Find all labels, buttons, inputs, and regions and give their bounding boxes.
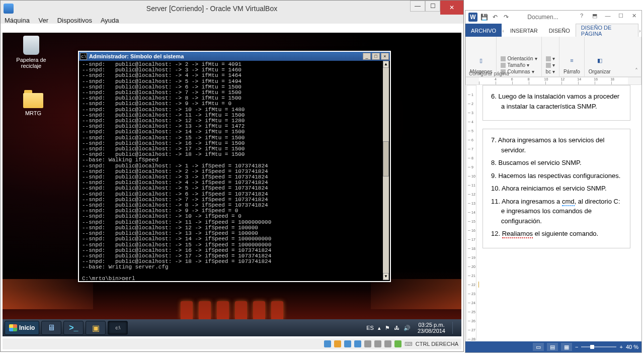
vm-taskbar: Inicio 🖥 >_ ▣ c:\ ES ▴ ⚑ 🖧 🔊 03:25 p.m. … [3,319,461,336]
margins-icon[interactable]: ▯ [474,54,488,67]
organize-icon[interactable]: ◧ [593,54,606,67]
system-tray: ES ▴ ⚑ 🖧 🔊 03:25 p.m. 23/08/2014 [366,322,459,334]
group-breaks: ▾ ▾ bc ▾ [542,37,559,76]
taskbar-cmd[interactable]: c:\ [108,321,128,335]
view-web-layout[interactable]: ▦ [561,343,572,351]
qat-redo-icon[interactable]: ↷ [502,13,511,22]
orientation-button[interactable]: Orientación ▾ [501,56,537,61]
tray-lang[interactable]: ES [366,325,374,331]
zoom-in[interactable]: + [619,344,622,350]
qat-save-icon[interactable]: 💾 [479,13,489,22]
trash-label: Papelera de reciclaje [12,57,51,69]
word-icon[interactable]: W [468,13,477,22]
tray-network-icon[interactable]: 🖧 [394,325,399,331]
cmd-titlebar[interactable]: c:\ Administrador: Símbolo del sistema _… [79,52,390,61]
tab-diseno[interactable]: DISEÑO [543,24,576,37]
list-item: 7. Ahora ingresamos a los servicios del … [491,135,622,155]
page-setup-sublabel: Configurar página [469,71,509,76]
host-key-label: CTRL DERECHA [416,341,458,347]
ribbon-collapse-icon[interactable]: ˄ [635,67,638,74]
breaks-icon[interactable]: ▾ [546,56,555,61]
size-button[interactable]: Tamaño ▾ [501,62,537,68]
taskbar-explorer[interactable]: ▣ [86,321,106,335]
list-item: 9. Hacemos las respectivas configuracion… [491,171,622,181]
page-prev-bottom: 6. Luego de la instalación vamos a proce… [482,85,630,121]
tray-show-desktop[interactable] [452,322,459,334]
tray-clock[interactable]: 03:25 p.m. 23/08/2014 [415,322,448,334]
scroll-thumb[interactable] [383,141,389,176]
vbox-title-text: Server [Corriendo] - Oracle VM VirtualBo… [14,1,410,13]
qat-undo-icon[interactable]: ↶ [491,13,500,22]
tab-diseno-pagina[interactable]: DISEÑO DE PÁGINA [576,24,638,37]
word-maximize[interactable]: ☐ [614,13,627,22]
zoom-knob[interactable] [590,345,594,349]
status-hdd-icon[interactable] [324,340,331,347]
tab-nav-right[interactable]: › [638,24,641,37]
vertical-ruler[interactable]: 1234567891011121314151617181920212223242… [466,85,476,340]
scroll-up-button[interactable]: ▲ [383,61,389,68]
word-help-button[interactable]: ? [575,13,588,22]
status-mouse-icon[interactable] [394,340,401,347]
folder-mrtg[interactable]: MRTG [14,93,53,116]
word-window: W 💾 ↶ ↷ Documen... ? ⬒ — ☐ ✕ ARCHIVO ‹ I… [465,10,642,353]
spelling-error: Realiamos [502,230,533,238]
status-usb-icon[interactable] [344,340,351,347]
cmd-output[interactable]: --snpd: public@localhost: -> 2 -> ifMtu … [80,61,383,280]
scroll-down-button[interactable]: ▼ [383,273,389,280]
vbox-icon [4,4,14,14]
word-titlebar[interactable]: W 💾 ↶ ↷ Documen... ? ⬒ — ☐ ✕ [465,11,641,24]
cmd-close[interactable]: × [381,53,389,60]
menu-dispositivos[interactable]: Dispositivos [57,17,92,24]
tray-sound-icon[interactable]: 🔊 [404,325,411,331]
comment-marker-icon[interactable] [478,281,479,288]
taskbar-powershell[interactable]: >_ [63,321,84,335]
view-print-layout[interactable]: ▤ [547,343,558,351]
status-cd-icon[interactable] [334,340,341,347]
list-item: 8. Buscamos el servicio SNMP. [491,158,622,168]
menu-ayuda[interactable]: Ayuda [101,17,119,24]
status-shared-icon[interactable] [364,340,371,347]
word-minimize[interactable]: — [601,13,614,22]
document-area[interactable]: 6. Luego de la instalación vamos a proce… [478,85,634,340]
cmd-maximize[interactable]: □ [372,53,380,60]
tray-time: 03:25 p.m. [418,322,445,328]
trash-icon [23,36,39,55]
list-item: 6. Luego de la instalación vamos a proce… [491,92,622,111]
menu-ver[interactable]: Ver [39,17,49,24]
zoom-out[interactable]: − [575,344,578,350]
zoom-slider[interactable] [581,346,616,347]
command-prompt-window[interactable]: c:\ Administrador: Símbolo del sistema _… [78,51,391,282]
virtualbox-window: Server [Corriendo] - Oracle VM VirtualBo… [0,0,464,352]
line-numbers-icon[interactable]: ▾ [546,62,555,68]
view-read-mode[interactable]: ▭ [533,343,544,351]
horizontal-ruler[interactable]: 4681012141618 [465,77,641,85]
cmd-scrollbar[interactable]: ▲ ▼ [383,61,389,280]
cmd-title-text: Administrador: Símbolo del sistema [89,53,362,59]
maximize-button[interactable]: ☐ [425,1,440,12]
menu-maquina[interactable]: Máquina [5,17,30,24]
vm-desktop[interactable]: Papelera de reciclaje MRTG c:\ Administr… [3,33,461,319]
cmd-icon: c:\ [80,53,87,60]
list-item: 12. Realiamos el siguiente comando. [491,229,622,239]
status-display-icon[interactable] [374,340,381,347]
word-ribbon-options[interactable]: ⬒ [588,13,601,22]
taskbar-server-manager[interactable]: 🖥 [41,321,61,335]
page-current: 7. Ahora ingresamos a los servicios del … [482,129,630,248]
close-button[interactable]: ✕ [440,1,463,15]
recycle-bin[interactable]: Papelera de reciclaje [12,36,51,69]
paragraph-icon[interactable]: ≡ [565,54,578,67]
tab-insertar[interactable]: INSERTAR [505,24,543,37]
grammar-error: cmd [562,198,575,206]
zoom-level[interactable]: 40 % [626,344,638,350]
vbox-status-bar: ⌨ CTRL DERECHA [3,338,461,349]
cmd-minimize[interactable]: _ [363,53,371,60]
status-net-icon[interactable] [354,340,361,347]
minimize-button[interactable]: — [410,1,425,12]
hyphenation-icon[interactable]: bc ▾ [546,69,555,74]
start-button[interactable]: Inicio [5,321,39,335]
status-rec-icon[interactable] [384,340,391,347]
tray-flag-icon[interactable]: ⚑ [385,325,390,331]
tab-archivo[interactable]: ARCHIVO [465,24,502,37]
word-close[interactable]: ✕ [627,13,640,22]
tray-chevron-up-icon[interactable]: ▴ [378,325,381,331]
